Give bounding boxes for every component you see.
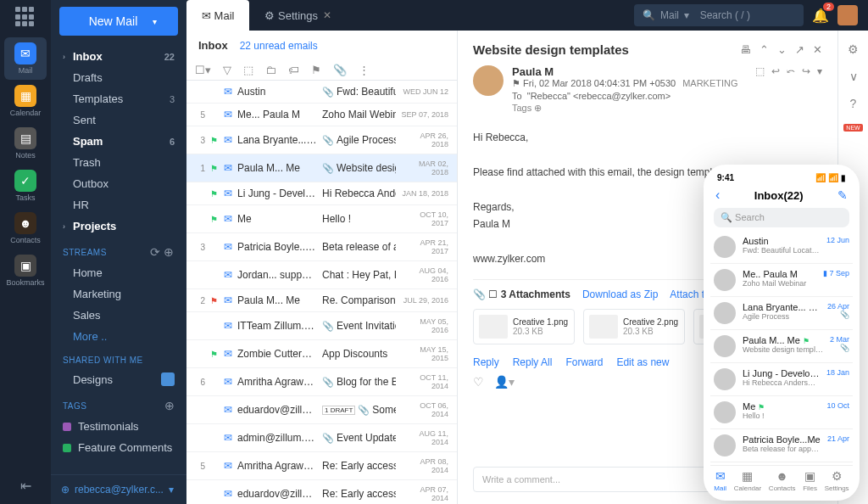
mail-row[interactable]: ⚑ ✉ Zombie Cutters... le... App Discount…	[186, 340, 457, 368]
folder-templates[interactable]: Templates3	[51, 88, 186, 109]
mail-row[interactable]: ✉ eduardov@zillum.c... 1 DRAFT📎Some snap…	[186, 396, 457, 424]
archive-icon[interactable]: ⬚	[755, 65, 765, 114]
user-bar[interactable]: ⊕ rebecca@zylker.c... ▾	[51, 474, 186, 504]
new-mail-button[interactable]: New Mail	[59, 7, 178, 36]
stream-more ..[interactable]: More ..	[51, 326, 186, 347]
mail-row[interactable]: 6 ✉ Amritha Agrawal... 📎Blog for the Be.…	[186, 368, 457, 396]
reply-icon[interactable]: ↩	[771, 65, 780, 114]
phone-mail-row[interactable]: Austin Fwd: Beautiful Locations 12 Jun	[710, 231, 853, 264]
folder-outbox[interactable]: Outbox	[51, 173, 186, 194]
mail-row[interactable]: ✉ Austin 📎Fwd: Beautiful locati... WED J…	[186, 81, 457, 104]
phone-tab-calendar[interactable]: ▦Calendar	[734, 469, 761, 492]
attachment[interactable]: Creative 2.png20.3 KB	[583, 309, 685, 344]
shared-designs[interactable]: Designs	[51, 368, 186, 390]
collapse-icon[interactable]: ⇤	[20, 478, 31, 494]
mobile-preview: 9:41📶 📶 ▮ ‹ Inbox(22) ✎ 🔍 Search Austin …	[704, 165, 860, 501]
list-toolbar: ☐▾ ▽ ⬚ 🗀 🏷 ⚑ 📎 ⋮	[186, 60, 457, 81]
back-icon[interactable]: ‹	[715, 188, 720, 203]
mail-row[interactable]: 5 ✉ Amritha Agrawa... Re: Early access t…	[186, 452, 457, 480]
replyall-link[interactable]: Reply All	[513, 356, 553, 368]
folder-projects[interactable]: ›Projects	[51, 216, 186, 237]
app-rail: ✉Mail ▦Calendar ▤Notes ✓Tasks ☻Contacts …	[0, 0, 51, 504]
sidebar: New Mail ›Inbox22DraftsTemplates3SentSpa…	[51, 0, 186, 504]
more-icon[interactable]: ▾	[817, 65, 822, 114]
folder-spam[interactable]: Spam6	[51, 131, 186, 152]
mail-row[interactable]: 1 ⚑ ✉ Paula M... Me 📎Website design temp…	[186, 154, 457, 182]
mail-row[interactable]: ✉ eduardov@zillum.c... Re: Early access …	[186, 480, 457, 504]
phone-mail-row[interactable]: Li Jung - Developer ⚑Hi Rebecca Anderson…	[710, 363, 853, 396]
rail-notes[interactable]: ▤Notes	[4, 122, 47, 165]
tab-settings[interactable]: ⚙ Settings ✕	[249, 0, 347, 31]
phone-tab-settings[interactable]: ⚙Settings	[825, 469, 849, 492]
filter-icon[interactable]: ▽	[223, 64, 231, 76]
tag-item[interactable]: Testimonials	[51, 416, 186, 437]
attachment[interactable]: Creative 1.png20.3 KB	[473, 309, 575, 344]
rail-calendar[interactable]: ▦Calendar	[4, 80, 47, 122]
phone-mail-row[interactable]: Paula M... Me ⚑Website design templates …	[710, 330, 853, 363]
gear-icon[interactable]: ⚙	[848, 42, 859, 56]
stream-marketing[interactable]: Marketing	[51, 283, 186, 305]
mail-row[interactable]: ⚑ ✉ Me Hello ! OCT 10, 2017	[186, 205, 457, 233]
phone-mail-row[interactable]: Me.. Paula M Zoho Mail Webinar ▮ 7 Sep	[710, 264, 853, 297]
editnew-link[interactable]: Edit as new	[616, 356, 669, 368]
mail-row[interactable]: 3 ✉ Patricia Boyle... Me Beta release of…	[186, 233, 457, 261]
bell-icon[interactable]: 🔔2	[812, 8, 829, 24]
phone-tab-files[interactable]: ▣Files	[803, 469, 817, 492]
folder-drafts[interactable]: Drafts	[51, 67, 186, 88]
more-icon[interactable]: ⋮	[359, 64, 370, 76]
stream-home[interactable]: Home	[51, 262, 186, 283]
tag-icon[interactable]: 🏷	[288, 64, 299, 76]
folder-hr[interactable]: HR	[51, 194, 186, 216]
download-zip-link[interactable]: Download as Zip	[582, 288, 658, 300]
replyall-icon[interactable]: ⤺	[787, 65, 795, 114]
topbar: ✉ Mail⚙ Settings ✕ 🔍 Mail▾ Search ( / ) …	[186, 0, 868, 31]
folder-icon[interactable]: 🗀	[265, 64, 276, 76]
search-input[interactable]: 🔍 Mail▾ Search ( / )	[634, 4, 804, 26]
reply-link[interactable]: Reply	[473, 356, 499, 368]
forward-link[interactable]: Forward	[565, 356, 603, 368]
avatar[interactable]	[837, 5, 858, 25]
mail-row[interactable]: 5 ✉ Me... Paula M Zoho Mail Webinar SEP …	[186, 104, 457, 126]
phone-mail-row[interactable]: Lana Bryante... Me ⚑Agile Process 26 Apr…	[710, 297, 853, 330]
rail-mail[interactable]: ✉Mail	[4, 37, 47, 80]
folder-inbox[interactable]: ›Inbox22	[51, 46, 186, 67]
list-title: Inbox	[198, 39, 228, 52]
phone-search[interactable]: 🔍 Search	[714, 208, 849, 227]
folder-trash[interactable]: Trash	[51, 152, 186, 173]
widget-icon[interactable]: ∨	[849, 70, 858, 83]
print-icon[interactable]: 🖶	[740, 43, 751, 56]
tab-mail[interactable]: ✉ Mail	[186, 0, 249, 31]
down-icon[interactable]: ⌄	[777, 43, 787, 56]
mail-row[interactable]: 2 ⚑ ✉ Paula M... Me Re. Comparison ... J…	[186, 289, 457, 312]
rail-contacts[interactable]: ☻Contacts	[4, 207, 47, 249]
folder-sent[interactable]: Sent	[51, 109, 186, 131]
up-icon[interactable]: ⌃	[760, 43, 769, 56]
forward-icon[interactable]: ↪	[802, 65, 810, 114]
mail-list: Inbox22 unread emails ☐▾ ▽ ⬚ 🗀 🏷 ⚑ 📎 ⋮ ✉…	[186, 31, 458, 504]
phone-tab-mail[interactable]: ✉Mail	[714, 469, 726, 492]
mail-row[interactable]: ✉ Jordan... support@z... Chat : Hey Pat,…	[186, 261, 457, 289]
attach-icon[interactable]: 📎	[333, 64, 347, 76]
flag-icon[interactable]: ⚑	[311, 64, 321, 76]
rail-tasks[interactable]: ✓Tasks	[4, 165, 47, 207]
phone-mail-row[interactable]: Patricia Boyle...Me Beta release for app…	[710, 429, 853, 462]
mail-row[interactable]: ✉ ITTeam Zillum... Me 📎Event Invitation …	[186, 312, 457, 340]
phone-mail-row[interactable]: Me ⚑Hello ! 10 Oct	[710, 396, 853, 429]
mail-row[interactable]: ✉ admin@zillum.com 📎Event Updated - De..…	[186, 424, 457, 452]
tag-item[interactable]: Feature Comments	[51, 437, 186, 458]
unread-count: 22 unread emails	[240, 40, 318, 52]
checkbox-icon[interactable]: ☐▾	[195, 64, 211, 76]
apps-grid-icon[interactable]	[15, 7, 36, 27]
mail-row[interactable]: ⚑ ✉ Li Jung - Developer Hi Rebecca Ander…	[186, 182, 457, 205]
sender-avatar	[473, 65, 504, 96]
close-icon[interactable]: ✕	[813, 43, 822, 56]
mail-subject: Website design templates	[473, 42, 740, 57]
stream-sales[interactable]: Sales	[51, 305, 186, 326]
popout-icon[interactable]: ↗	[795, 43, 804, 56]
mail-row[interactable]: 3 ⚑ ✉ Lana Bryante... Me 📎Agile Process …	[186, 126, 457, 154]
compose-icon[interactable]: ✎	[837, 188, 848, 202]
phone-tab-contacts[interactable]: ☻Contacts	[769, 469, 796, 492]
archive-icon[interactable]: ⬚	[243, 64, 253, 76]
help-icon[interactable]: ?	[850, 97, 857, 110]
rail-bookmarks[interactable]: ▣Bookmarks	[4, 249, 47, 292]
